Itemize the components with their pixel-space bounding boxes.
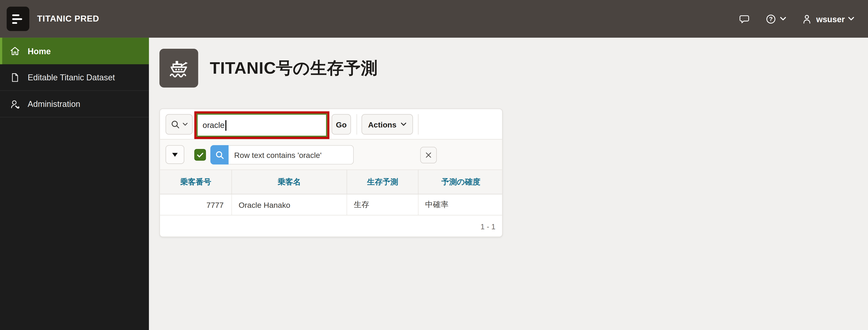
magnifier-icon <box>215 150 225 160</box>
document-icon <box>9 72 20 83</box>
admin-user-wrench-icon <box>9 98 20 110</box>
page-title: TITANIC号の生存予測 <box>210 57 378 80</box>
pagination: 1 - 1 <box>160 216 502 237</box>
app: TITANIC PRED ? <box>0 0 868 330</box>
sidebar-item-label: Editable Titanic Dataset <box>28 72 115 82</box>
cell-survival-prediction: 生存 <box>347 194 418 215</box>
feedback-chat-button[interactable] <box>739 13 750 25</box>
magnifier-icon <box>170 119 181 129</box>
main-content: TITANIC号の生存予測 <box>149 38 868 330</box>
actions-label: Actions <box>368 120 396 129</box>
toolbar-separator <box>418 114 418 135</box>
click-highlight: oracle <box>194 112 330 139</box>
column-header-passenger-name[interactable]: 乗客名 <box>232 170 347 194</box>
ship-icon <box>167 57 190 80</box>
user-name: wsuser <box>816 14 845 24</box>
go-button[interactable]: Go <box>332 114 351 135</box>
checkbox-check-icon <box>196 151 204 159</box>
filter-search-badge <box>210 145 229 164</box>
sidebar-item-administration[interactable]: Administration <box>0 91 149 117</box>
text-caret <box>225 120 226 130</box>
top-header: TITANIC PRED ? <box>0 0 868 38</box>
user-menu-button[interactable]: wsuser <box>801 13 854 25</box>
search-column-button[interactable] <box>165 114 193 135</box>
cell-prediction-confidence: 中確率 <box>418 194 503 215</box>
help-menu-button[interactable]: ? <box>765 13 786 25</box>
chevron-down-icon <box>183 122 188 126</box>
search-input-value: oracle <box>203 121 225 130</box>
cell-passenger-name: Oracle Hanako <box>232 194 347 215</box>
chat-icon <box>739 13 750 25</box>
filter-condition[interactable]: Row text contains 'oracle' <box>210 145 354 164</box>
sidebar-item-label: Home <box>28 46 51 56</box>
app-title: TITANIC PRED <box>37 14 99 24</box>
column-header-passenger-number[interactable]: 乗客番号 <box>160 170 232 194</box>
column-header-prediction-confidence[interactable]: 予測の確度 <box>418 170 503 194</box>
filter-enable-checkbox[interactable] <box>194 149 206 161</box>
sidebar-nav: Home Editable Titanic Dataset Administ <box>0 38 149 330</box>
table-row: 7777 Oracle Hanako 生存 中確率 <box>160 194 502 216</box>
filter-row: Row text contains 'oracle' <box>160 139 502 170</box>
triangle-down-icon <box>172 153 178 156</box>
page-header: TITANIC号の生存予測 <box>159 49 378 87</box>
interactive-report: oracle Go Actions <box>159 109 503 237</box>
close-icon <box>425 151 432 159</box>
sidebar-item-home[interactable]: Home <box>0 38 149 64</box>
user-icon <box>801 13 813 25</box>
actions-button[interactable]: Actions <box>362 114 413 135</box>
toolbar-separator <box>356 114 357 135</box>
nav-menu-button[interactable] <box>7 7 29 31</box>
search-input[interactable]: oracle <box>196 114 327 137</box>
sidebar-item-editable-titanic-dataset[interactable]: Editable Titanic Dataset <box>0 64 149 91</box>
chevron-down-icon <box>848 17 854 21</box>
pagination-label: 1 - 1 <box>480 222 495 231</box>
home-icon <box>9 45 20 56</box>
filter-expand-button[interactable] <box>165 145 184 164</box>
menu-icon <box>12 14 22 24</box>
chevron-down-icon <box>780 17 786 21</box>
cell-passenger-number: 7777 <box>160 194 232 215</box>
ship-badge <box>159 49 198 87</box>
help-icon: ? <box>765 13 777 25</box>
header-actions: ? wsuser <box>739 13 854 25</box>
column-header-survival-prediction[interactable]: 生存予測 <box>347 170 418 194</box>
sidebar-item-label: Administration <box>28 99 80 109</box>
filter-remove-button[interactable] <box>420 147 437 163</box>
filter-condition-text: Row text contains 'oracle' <box>229 145 354 164</box>
table-header-row: 乗客番号 乗客名 生存予測 予測の確度 <box>160 170 502 194</box>
svg-text:?: ? <box>769 15 773 22</box>
chevron-down-icon <box>401 122 406 126</box>
